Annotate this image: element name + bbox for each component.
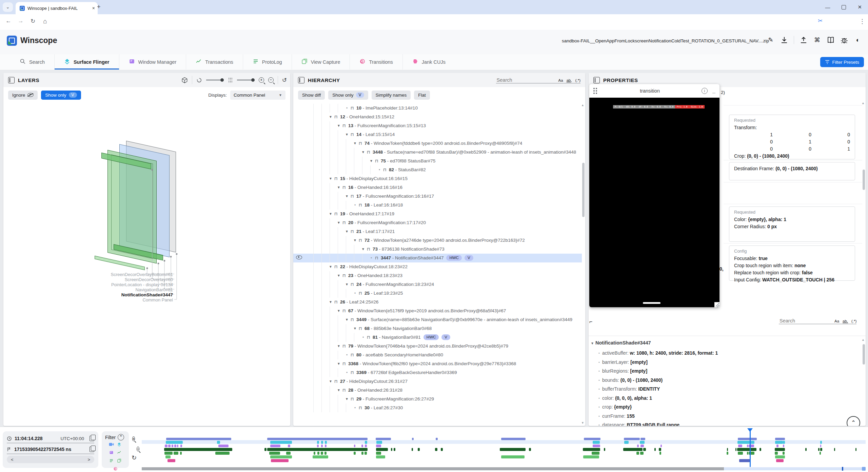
new-tab-button[interactable]: + (97, 3, 101, 11)
transactions-icon[interactable] (117, 450, 122, 456)
hierarchy-row-18[interactable]: •⊓18 - Leaf:16:16#18 (293, 201, 582, 210)
transition-card[interactable]: transition i _ P: 0/1dX: 0.0dY: 0.0Xv: 0… (589, 84, 719, 307)
match-word-icon[interactable]: ab, (843, 319, 848, 323)
hierarchy-row-14[interactable]: ▼⊓14 - Leaf:15:15#14 (293, 130, 582, 139)
tab-transactions[interactable]: Transactions (186, 54, 242, 70)
hierarchy-row-82[interactable]: •⊓82 - StatusBar#82 (293, 165, 582, 174)
expand-arrow-icon[interactable]: ▼ (344, 396, 350, 402)
trace-entry-Transactions[interactable] (775, 448, 785, 451)
hierarchy-row-75[interactable]: ▼⊓75 - ed70f88 StatusBar#75 (293, 157, 582, 165)
hierarchy-row-28[interactable]: ▼⊓28 - OneHanded:26:31#28 (293, 386, 582, 395)
properties-scrollbar[interactable] (863, 170, 865, 190)
zoom-in-icon[interactable]: + (259, 77, 264, 83)
timeline-zoom-in-icon[interactable]: + (132, 436, 135, 441)
hierarchy-row-3447[interactable]: •⊓3447 - NotificationShade#3447HWCV (293, 254, 582, 262)
spacing-slider[interactable] (237, 80, 255, 80)
expand-arrow-icon[interactable]: ▼ (328, 378, 333, 385)
layer-label[interactable]: ScreenDecorOverlayBottom#61 (111, 272, 173, 277)
tab-transitions[interactable]: Transitions (350, 54, 402, 70)
trace-entry-ProtoLog[interactable] (321, 452, 323, 455)
timeline-cursor[interactable] (750, 429, 751, 467)
nanoseconds-value[interactable]: 1715339054227572545 ns (14, 447, 71, 452)
trace-entry-ScreenRecording[interactable] (624, 438, 640, 440)
trace-entry-WindowManager[interactable] (747, 445, 748, 447)
trace-entry-SurfaceFlinger[interactable] (737, 441, 754, 444)
trace-entry-Transactions[interactable] (391, 448, 392, 451)
trace-entry-ProtoLog[interactable] (783, 452, 785, 455)
trace-entry-ProtoLog[interactable] (738, 452, 743, 455)
expand-arrow-icon[interactable]: ▼ (336, 308, 341, 314)
trace-entry-Transactions[interactable] (818, 448, 820, 451)
collapse-panel-icon[interactable] (298, 77, 304, 83)
trace-entry-WindowManager[interactable] (177, 445, 178, 447)
hierarchy-row-72[interactable]: ▼⊓72 - WindowToken{a2746de type=2040 and… (293, 236, 582, 245)
property-barrierLayer[interactable]: •barrierLayer: [empty] (596, 357, 859, 367)
trace-entry-SurfaceFlinger[interactable] (325, 441, 327, 444)
trace-entry-WindowManager[interactable] (165, 445, 167, 447)
next-frame-icon[interactable]: > (87, 457, 90, 462)
trace-entry-ScreenRecording[interactable] (501, 438, 526, 440)
trace-entry-WindowManager[interactable] (218, 445, 229, 447)
trace-entry-WindowManager[interactable] (354, 445, 355, 447)
tab-search-button[interactable]: ⌄ (3, 2, 13, 12)
expand-arrow-icon[interactable]: ▼ (360, 246, 366, 253)
zoom-out-icon[interactable]: − (268, 77, 274, 83)
trace-entry-Transactions[interactable] (267, 448, 368, 451)
match-word-icon[interactable]: ab, (567, 78, 572, 82)
hierarchy-row-25[interactable]: •⊓25 - Leaf:18:23#25 (293, 289, 582, 298)
property-dataspace[interactable]: •dataspace: BT709 sRGB Full range (596, 420, 859, 426)
trace-entry-Transitions[interactable] (776, 459, 784, 462)
trace-entry-ProtoLog[interactable] (354, 452, 356, 455)
expand-arrow-icon[interactable]: ▼ (336, 360, 341, 367)
expand-arrow-icon[interactable]: ▼ (352, 140, 358, 147)
hierarchy-row-26[interactable]: ▼⊓26 - Leaf:24:25#26 (293, 298, 582, 307)
trace-entry-WindowManager[interactable] (738, 445, 742, 447)
trace-entry-SurfaceFlinger[interactable] (166, 441, 183, 444)
reload-icon[interactable]: ↻ (28, 18, 37, 25)
timeline-reset-zoom-icon[interactable]: ↻ (132, 454, 137, 461)
hierarchy-row-27[interactable]: ▼⊓27 - HideDisplayCutout:26:31#27 (293, 377, 582, 386)
property-bounds[interactable]: •bounds: (0, 0) - (1080, 2400) (596, 375, 859, 385)
expand-arrow-icon[interactable]: ▼ (344, 228, 350, 235)
trace-entry-ProtoLog[interactable] (376, 452, 381, 455)
trace-entry-ViewCapture[interactable] (165, 455, 171, 458)
filter-presets-button[interactable]: Filter Presets (820, 57, 864, 67)
trace-entry-WindowManager[interactable] (172, 445, 173, 447)
overview-position-marker[interactable] (842, 467, 843, 471)
hierarchy-row-13[interactable]: ▼⊓13 - FullscreenMagnification:15:15#13 (293, 121, 582, 130)
collapse-filter-icon[interactable]: ⌃ (118, 434, 124, 440)
property-crop[interactable]: •crop: {empty} (596, 402, 859, 411)
expand-arrow-icon[interactable]: ▼ (336, 272, 341, 279)
expand-arrow-icon[interactable]: ▼ (336, 122, 341, 129)
home-icon[interactable]: ⌂ (41, 18, 50, 25)
trace-entry-SurfaceFlinger[interactable] (270, 441, 292, 444)
trace-entry-ProtoLog[interactable] (361, 452, 363, 455)
layer-label[interactable]: NavigationBar0#81 (135, 287, 173, 292)
chip-flat[interactable]: Flat (414, 91, 430, 100)
trace-entry-Transactions[interactable] (435, 448, 437, 451)
hierarchy-row-30[interactable]: •⊓30 - Leaf:26:27#30 (293, 404, 582, 412)
trace-entry-Transactions[interactable] (760, 448, 761, 451)
scroll-down-icon[interactable]: ▼ (581, 421, 584, 425)
back-icon[interactable]: ← (4, 18, 13, 24)
hierarchy-row-74[interactable]: ▼⊓74 - WindowToken{fdddbe6 type=2000 and… (293, 139, 582, 148)
trace-entry-ProtoLog[interactable] (286, 452, 291, 455)
trace-entry-WindowManager[interactable] (180, 445, 182, 447)
expand-arrow-icon[interactable]: ▼ (328, 299, 333, 306)
hierarchy-row-80[interactable]: •⊓80 - ace6abb SecondaryHomeHandle0#80 (293, 351, 582, 359)
displays-select[interactable]: Common Panel▼ (230, 91, 285, 100)
trace-entry-SurfaceFlinger[interactable] (593, 441, 600, 444)
trace-entry-SurfaceFlinger[interactable] (775, 441, 783, 444)
trace-entry-WindowManager[interactable] (321, 445, 323, 447)
layers-3d-canvas[interactable]: ScreenDecorOverlayBottom#61ScreenDecorOv… (3, 103, 290, 426)
trace-entry-Transactions[interactable] (820, 448, 822, 451)
browser-tab[interactable]: Winscope | sandbox-FAIL × (16, 2, 98, 14)
trace-entry-WindowManager[interactable] (270, 445, 280, 447)
copy-icon[interactable] (90, 447, 94, 452)
trace-entry-ScreenRecording[interactable] (166, 438, 231, 440)
chip-simplify-names[interactable]: Simplify names (372, 91, 411, 100)
trace-entry-WindowManager[interactable] (317, 445, 319, 447)
expand-arrow-icon[interactable]: ▼ (369, 158, 374, 164)
hierarchy-row-24[interactable]: ▼⊓24 - FullscreenMagnification:18:23#24 (293, 280, 582, 289)
window-close-button[interactable]: ✕ (857, 4, 862, 10)
